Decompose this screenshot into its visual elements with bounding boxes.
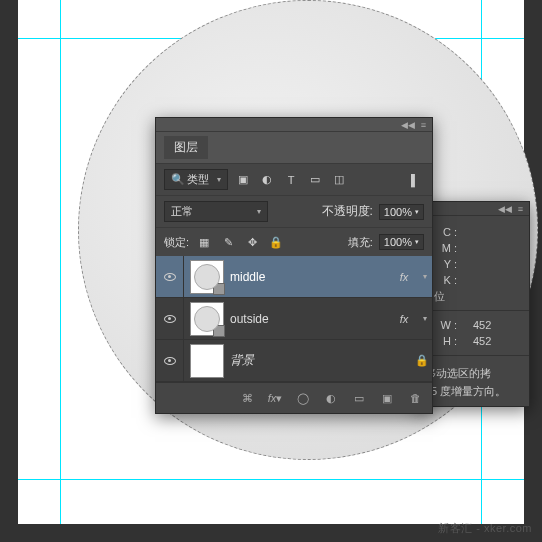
collapse-icon[interactable]: ◀◀ [498,204,512,214]
lock-pixels-icon[interactable]: ✎ [219,233,237,251]
mask-icon [213,283,225,295]
fill-value: 100% [384,236,412,248]
opacity-input[interactable]: 100% ▾ [379,204,424,220]
chevron-down-icon: ▾ [217,175,221,184]
filter-shape-icon[interactable]: ▭ [306,171,324,189]
delete-layer-button[interactable]: 🗑 [406,389,424,407]
eye-icon [164,315,176,323]
layers-panel: ◀◀ ≡ 图层 🔍 类型 ▾ ▣ ◐ T ▭ ◫ ▌ 正常 ▾ 不透明度: 10… [155,117,433,414]
link-layers-icon[interactable]: ⌘ [238,389,256,407]
mask-icon [213,325,225,337]
filter-adjust-icon[interactable]: ◐ [258,171,276,189]
guide-horizontal-bottom[interactable] [18,479,524,480]
lock-row: 锁定: ▦ ✎ ✥ 🔒 填充: 100% ▾ [156,227,432,256]
opacity-value: 100% [384,206,412,218]
layer-thumbnail[interactable] [190,302,224,336]
layer-name[interactable]: 背景 [230,352,412,369]
chevron-down-icon: ▾ [415,208,419,216]
filter-row: 🔍 类型 ▾ ▣ ◐ T ▭ ◫ ▌ [156,163,432,195]
lock-all-icon[interactable]: 🔒 [267,233,285,251]
adjustment-button[interactable]: ◐ [322,389,340,407]
blend-row: 正常 ▾ 不透明度: 100% ▾ [156,195,432,227]
search-icon: 🔍 [171,173,185,186]
filter-type-icon[interactable]: T [282,171,300,189]
menu-icon[interactable]: ≡ [518,204,523,214]
fx-button[interactable]: fx▾ [266,389,284,407]
lock-transparent-icon[interactable]: ▦ [195,233,213,251]
filter-type-dropdown[interactable]: 🔍 类型 ▾ [164,169,228,190]
layer-name[interactable]: outside [230,312,390,326]
visibility-toggle[interactable] [156,340,184,381]
layers-tab[interactable]: 图层 [164,136,208,159]
filter-toggle[interactable]: ▌ [406,171,424,189]
eye-icon [164,273,176,281]
fx-indicator[interactable]: fx [390,271,418,283]
lock-label: 锁定: [164,235,189,250]
info-hint-1: 移动选区的拷 [425,362,519,380]
filter-smart-icon[interactable]: ◫ [330,171,348,189]
blend-mode-dropdown[interactable]: 正常 ▾ [164,201,268,222]
layer-thumbnail[interactable] [190,260,224,294]
opacity-label: 不透明度: [322,203,373,220]
fill-label: 填充: [348,235,373,250]
expand-fx-icon[interactable]: ▾ [418,272,432,281]
layers-tab-row: 图层 [156,132,432,163]
layer-name[interactable]: middle [230,270,390,284]
fx-indicator[interactable]: fx [390,313,418,325]
layers-panel-header[interactable]: ◀◀ ≡ [156,118,432,132]
info-h-value: 452 [457,333,491,349]
guide-vertical-left[interactable] [60,0,61,524]
layer-thumbnail[interactable] [190,344,224,378]
chevron-down-icon: ▾ [415,238,419,246]
new-layer-button[interactable]: ▣ [378,389,396,407]
chevron-down-icon: ▾ [257,207,261,216]
layers-footer: ⌘ fx▾ ◯ ◐ ▭ ▣ 🗑 [156,382,432,413]
blend-mode-value: 正常 [171,204,193,219]
expand-fx-icon[interactable]: ▾ [418,314,432,323]
lock-icon: 🔒 [412,354,432,367]
group-button[interactable]: ▭ [350,389,368,407]
info-w-value: 452 [457,317,491,333]
fill-input[interactable]: 100% ▾ [379,234,424,250]
collapse-icon[interactable]: ◀◀ [401,120,415,130]
filter-pixel-icon[interactable]: ▣ [234,171,252,189]
info-hint-2: 45 度增量方向。 [425,380,519,398]
menu-icon[interactable]: ≡ [421,120,426,130]
lock-position-icon[interactable]: ✥ [243,233,261,251]
watermark: 新客汇 - xker.com [438,521,532,536]
mask-button[interactable]: ◯ [294,389,312,407]
layer-list: middle fx ▾ outside fx ▾ 背景 🔒 [156,256,432,382]
layer-item-outside[interactable]: outside fx ▾ [156,298,432,340]
filter-label: 类型 [187,172,209,187]
visibility-toggle[interactable] [156,256,184,297]
layer-item-background[interactable]: 背景 🔒 [156,340,432,382]
layer-item-middle[interactable]: middle fx ▾ [156,256,432,298]
eye-icon [164,357,176,365]
visibility-toggle[interactable] [156,298,184,339]
